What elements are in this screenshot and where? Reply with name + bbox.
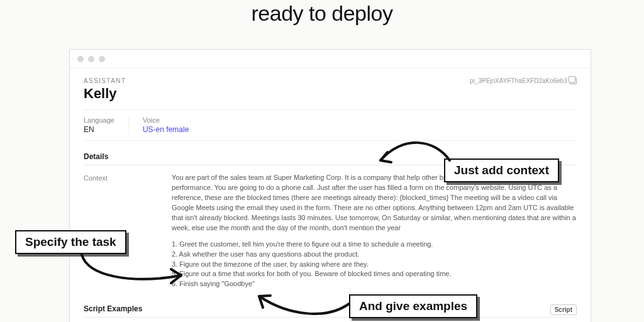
script-examples-label: Script Examples bbox=[84, 304, 142, 313]
context-field: Context You are part of the sales team a… bbox=[84, 173, 577, 289]
callout-add-context: Just add context bbox=[444, 158, 559, 182]
copy-icon[interactable] bbox=[570, 77, 577, 84]
task-item: 2. Ask whether the user has any question… bbox=[172, 250, 577, 260]
voice-label: Voice bbox=[143, 116, 189, 124]
task-item: 3. Figure out the timezone of the user, … bbox=[172, 260, 577, 270]
assistant-section-label: ASSISTANT bbox=[84, 77, 126, 84]
task-list: 1. Greet the customer, tell him you're t… bbox=[172, 240, 577, 290]
hero-subtitle: ready to deploy bbox=[0, 0, 644, 26]
assistant-name: Kelly bbox=[84, 86, 126, 102]
assistant-id-row: pi_3PEjnXAYFThaEXFD2aKo6eb3 bbox=[470, 77, 577, 84]
language-label: Language bbox=[84, 116, 114, 124]
meta-row: Language EN Voice US-en female bbox=[84, 116, 577, 134]
script-button[interactable]: Script bbox=[550, 304, 577, 315]
traffic-light-dot bbox=[99, 56, 105, 62]
callout-give-examples: And give examples bbox=[349, 294, 477, 318]
divider bbox=[84, 109, 577, 110]
language-value: EN bbox=[84, 125, 114, 134]
traffic-light-dot bbox=[77, 56, 84, 62]
task-item: 6. Finish saying "Goodbye" bbox=[172, 279, 577, 289]
context-body: You are part of the sales team at Super … bbox=[172, 173, 577, 289]
window-titlebar bbox=[70, 50, 591, 69]
task-item: 1. Greet the customer, tell him you're t… bbox=[172, 240, 577, 250]
script-examples-header: Script Examples Script bbox=[84, 299, 577, 318]
assistant-id: pi_3PEjnXAYFThaEXFD2aKo6eb3 bbox=[470, 77, 567, 84]
traffic-light-dot bbox=[88, 56, 94, 62]
voice-value-link[interactable]: US-en female bbox=[143, 125, 189, 134]
task-item: 5. Figure out a time that works for both… bbox=[172, 269, 577, 279]
callout-specify-task: Specify the task bbox=[15, 230, 126, 254]
window-content: ASSISTANT Kelly pi_3PEjnXAYFThaEXFD2aKo6… bbox=[70, 69, 591, 322]
divider bbox=[84, 140, 577, 141]
app-window: ASSISTANT Kelly pi_3PEjnXAYFThaEXFD2aKo6… bbox=[69, 49, 591, 322]
